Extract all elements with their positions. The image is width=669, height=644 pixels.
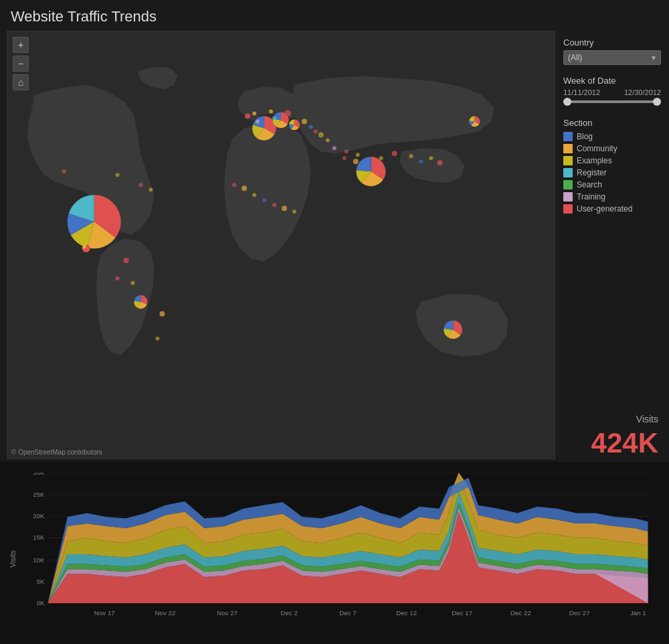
chart-svg: 0K 5K 10K 15K 20K 25K 30K Nov 17 Nov 22 … bbox=[33, 473, 662, 629]
svg-text:Nov 27: Nov 27 bbox=[217, 609, 237, 617]
date-start: 11/11/2012 bbox=[563, 88, 600, 96]
svg-point-21 bbox=[116, 276, 120, 280]
legend-color-swatch bbox=[563, 132, 573, 141]
legend-color-swatch bbox=[563, 156, 573, 165]
legend-color-swatch bbox=[563, 180, 573, 189]
svg-point-23 bbox=[345, 149, 349, 153]
svg-point-13 bbox=[326, 138, 330, 142]
svg-point-28 bbox=[419, 159, 423, 163]
svg-text:25K: 25K bbox=[33, 491, 45, 498]
legend-color-swatch bbox=[563, 168, 573, 177]
svg-point-15 bbox=[256, 119, 260, 123]
visits-label: Visits bbox=[563, 414, 658, 424]
svg-point-40 bbox=[292, 210, 296, 214]
svg-point-25 bbox=[379, 156, 383, 160]
slider-thumb-right[interactable] bbox=[653, 98, 661, 106]
svg-text:Nov 22: Nov 22 bbox=[155, 609, 176, 617]
page-title: Website Traffic Trends bbox=[0, 0, 669, 31]
date-end: 12/30/2012 bbox=[624, 88, 661, 96]
svg-point-14 bbox=[272, 116, 276, 120]
world-map bbox=[7, 31, 555, 459]
sidebar: Country (All) ▼ Week of Date 11/11/2012 … bbox=[555, 31, 669, 459]
svg-point-27 bbox=[409, 154, 413, 158]
svg-text:Dec 7: Dec 7 bbox=[339, 609, 356, 617]
svg-point-8 bbox=[284, 110, 291, 116]
section-label: Section bbox=[563, 118, 661, 128]
chart-container: Visits 0K 5K 10K 15K 20K 25K 30K Nov bbox=[0, 462, 669, 644]
svg-point-39 bbox=[282, 206, 287, 211]
svg-point-6 bbox=[252, 111, 256, 115]
svg-point-5 bbox=[245, 113, 250, 118]
svg-point-37 bbox=[262, 198, 266, 202]
svg-point-47 bbox=[155, 337, 159, 341]
svg-point-11 bbox=[314, 129, 318, 133]
map-controls: + − ⌂ bbox=[13, 37, 29, 90]
svg-point-38 bbox=[272, 203, 276, 207]
svg-point-42 bbox=[149, 187, 153, 191]
svg-text:Dec 22: Dec 22 bbox=[510, 609, 531, 617]
legend-item-label: Training bbox=[577, 192, 605, 202]
svg-text:Dec 2: Dec 2 bbox=[281, 609, 298, 617]
legend-item-training[interactable]: Training bbox=[563, 192, 661, 202]
svg-point-35 bbox=[242, 185, 247, 191]
visits-section: Visits 424K bbox=[563, 414, 661, 459]
svg-point-29 bbox=[429, 156, 433, 160]
map-container: + − ⌂ bbox=[7, 31, 555, 459]
slider-thumb-left[interactable] bbox=[563, 98, 571, 106]
svg-text:10K: 10K bbox=[33, 556, 45, 564]
date-slider[interactable] bbox=[563, 100, 661, 103]
svg-point-24 bbox=[356, 153, 360, 157]
legend-color-swatch bbox=[563, 204, 573, 214]
svg-point-31 bbox=[332, 146, 337, 150]
home-button[interactable]: ⌂ bbox=[13, 74, 29, 90]
svg-point-10 bbox=[309, 125, 313, 129]
svg-point-9 bbox=[302, 118, 307, 124]
legend-item-label: Examples bbox=[577, 156, 612, 165]
legend-item-label: Blog bbox=[577, 132, 593, 141]
svg-point-22 bbox=[159, 311, 165, 317]
svg-text:Dec 27: Dec 27 bbox=[569, 609, 590, 617]
svg-text:Dec 12: Dec 12 bbox=[396, 609, 417, 617]
zoom-in-button[interactable]: + bbox=[13, 37, 29, 53]
svg-text:5K: 5K bbox=[37, 578, 45, 585]
legend-item-examples[interactable]: Examples bbox=[563, 156, 661, 165]
country-filter: Country (All) ▼ bbox=[563, 37, 661, 65]
svg-point-43 bbox=[116, 173, 120, 177]
legend-item-label: User-generated bbox=[577, 204, 632, 214]
map-attribution: © OpenStreetMap contributors bbox=[11, 449, 102, 456]
date-filter: Week of Date 11/11/2012 12/30/2012 bbox=[563, 76, 661, 107]
svg-point-32 bbox=[343, 156, 347, 160]
zoom-out-button[interactable]: − bbox=[13, 56, 29, 72]
country-label: Country bbox=[563, 37, 661, 48]
svg-text:15K: 15K bbox=[33, 534, 45, 541]
legend-color-swatch bbox=[563, 192, 573, 202]
svg-point-30 bbox=[437, 160, 442, 165]
legend-item-search[interactable]: Search bbox=[563, 180, 661, 189]
svg-point-46 bbox=[131, 281, 135, 285]
legend-item-register[interactable]: Register bbox=[563, 168, 661, 177]
legend-item-label: Search bbox=[577, 180, 602, 189]
legend-item-label: Community bbox=[577, 144, 617, 153]
svg-point-26 bbox=[392, 151, 397, 156]
legend-item-blog[interactable]: Blog bbox=[563, 132, 661, 141]
svg-point-44 bbox=[62, 169, 66, 173]
svg-point-12 bbox=[318, 132, 324, 137]
svg-text:Dec 17: Dec 17 bbox=[452, 609, 472, 617]
svg-point-34 bbox=[232, 183, 236, 187]
svg-point-45 bbox=[124, 258, 129, 263]
svg-text:30K: 30K bbox=[33, 473, 45, 476]
svg-point-7 bbox=[269, 109, 273, 113]
visits-value: 424K bbox=[563, 427, 658, 459]
legend-color-swatch bbox=[563, 144, 573, 153]
svg-point-33 bbox=[353, 159, 359, 164]
country-select[interactable]: (All) bbox=[563, 50, 661, 65]
svg-point-36 bbox=[252, 193, 256, 197]
legend-item-label: Register bbox=[577, 168, 607, 177]
svg-text:0K: 0K bbox=[37, 599, 45, 607]
legend-item-user-generated[interactable]: User-generated bbox=[563, 204, 661, 214]
week-label: Week of Date bbox=[563, 76, 661, 86]
section-filter: Section BlogCommunityExamplesRegisterSea… bbox=[563, 118, 661, 216]
svg-point-41 bbox=[139, 183, 143, 187]
legend-item-community[interactable]: Community bbox=[563, 144, 661, 153]
svg-text:20K: 20K bbox=[33, 512, 45, 519]
